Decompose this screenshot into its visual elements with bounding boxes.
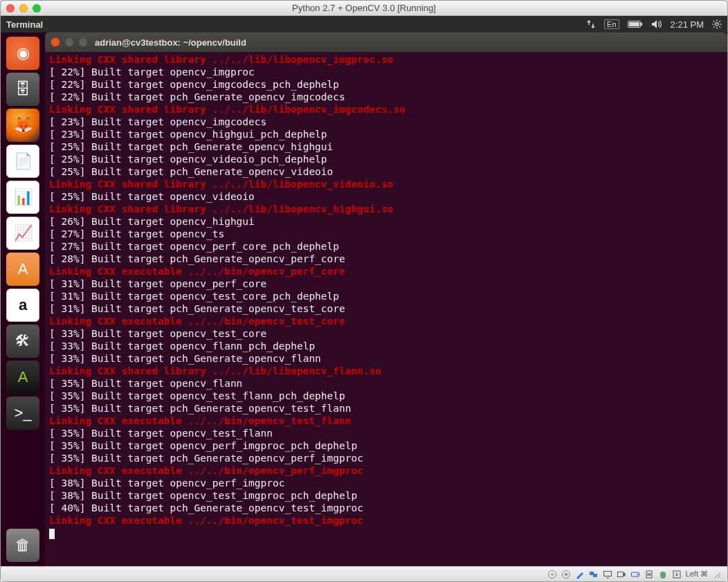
network-icon[interactable] — [586, 19, 596, 29]
sb-optical-icon[interactable] — [547, 570, 557, 579]
svg-rect-2 — [629, 22, 639, 26]
terminal-minimize-button[interactable] — [64, 37, 74, 47]
panel-indicators: En 2:21 PM — [586, 19, 722, 30]
trash-icon[interactable]: 🗑 — [6, 529, 39, 562]
sb-network-icon[interactable] — [644, 570, 654, 579]
settings-icon[interactable]: 🛠 — [6, 325, 39, 358]
vm-desktop: Terminal En 2:21 PM ◉🗄🦊📄📊📈Aa🛠A> — [1, 16, 727, 566]
files-icon[interactable]: 🗄 — [6, 73, 39, 106]
host-key-label: Left ⌘ — [686, 570, 708, 579]
sb-display-icon[interactable] — [603, 570, 612, 579]
writer-icon[interactable]: 📄 — [6, 145, 39, 178]
sb-resize-grip-icon[interactable] — [712, 570, 722, 579]
sb-download-icon[interactable] — [672, 570, 682, 579]
battery-icon[interactable] — [628, 20, 643, 28]
terminal-titlebar[interactable]: adrian@cv3testbox: ~/opencv/build — [45, 33, 727, 52]
svg-rect-17 — [593, 574, 597, 577]
ubuntu-main-area: ◉🗄🦊📄📊📈Aa🛠A>_🗑 adrian@cv3testbox: ~/openc… — [1, 33, 727, 566]
sb-mouse-integration-icon[interactable] — [658, 570, 668, 579]
sb-usb-icon[interactable] — [561, 570, 571, 579]
svg-point-3 — [716, 23, 718, 26]
amazon-icon[interactable]: a — [6, 289, 39, 322]
keyboard-layout-indicator[interactable]: En — [604, 19, 619, 29]
svg-line-9 — [719, 26, 720, 28]
svg-rect-20 — [617, 572, 623, 576]
svg-rect-24 — [646, 575, 652, 578]
vm-statusbar: Left ⌘ — [1, 566, 727, 581]
ubuntu-top-panel[interactable]: Terminal En 2:21 PM — [1, 16, 727, 33]
clock[interactable]: 2:21 PM — [671, 19, 704, 30]
svg-point-13 — [551, 573, 553, 575]
sb-hdd-icon[interactable] — [630, 570, 640, 579]
sound-icon[interactable] — [651, 19, 662, 29]
software-updater-icon[interactable]: A — [6, 361, 39, 394]
svg-rect-23 — [646, 571, 652, 574]
sb-shared-folder-icon[interactable] — [589, 570, 599, 579]
gear-icon[interactable] — [712, 19, 722, 29]
svg-rect-18 — [603, 571, 611, 576]
sb-video-capture-icon[interactable] — [617, 570, 626, 579]
svg-line-10 — [719, 21, 720, 22]
terminal-title: adrian@cv3testbox: ~/opencv/build — [95, 37, 246, 48]
svg-line-11 — [713, 26, 715, 28]
ubuntu-dash-icon[interactable]: ◉ — [6, 37, 39, 70]
terminal-icon[interactable]: >_ — [6, 397, 39, 430]
active-app-name: Terminal — [6, 19, 43, 30]
mac-window: Python 2.7 + OpenCV 3.0 [Running] Termin… — [0, 0, 728, 582]
desktop-area: adrian@cv3testbox: ~/opencv/build Linkin… — [45, 33, 727, 566]
firefox-icon[interactable]: 🦊 — [6, 109, 39, 142]
terminal-output[interactable]: Linking CXX shared library ../../lib/lib… — [45, 52, 727, 566]
unity-launcher: ◉🗄🦊📄📊📈Aa🛠A>_🗑 — [1, 33, 45, 566]
software-center-icon[interactable]: A — [6, 253, 39, 286]
svg-point-22 — [637, 574, 638, 575]
terminal-maximize-button[interactable] — [78, 37, 88, 47]
calc-icon[interactable]: 📊 — [6, 181, 39, 214]
impress-icon[interactable]: 📈 — [6, 217, 39, 250]
sb-pen-icon[interactable] — [575, 570, 585, 579]
terminal-close-button[interactable] — [51, 37, 60, 47]
svg-line-8 — [713, 21, 715, 22]
mac-titlebar[interactable]: Python 2.7 + OpenCV 3.0 [Running] — [1, 1, 727, 16]
terminal-window: adrian@cv3testbox: ~/opencv/build Linkin… — [45, 33, 727, 566]
mac-window-title: Python 2.7 + OpenCV 3.0 [Running] — [6, 3, 722, 13]
svg-point-15 — [565, 573, 567, 576]
svg-rect-1 — [641, 23, 642, 26]
